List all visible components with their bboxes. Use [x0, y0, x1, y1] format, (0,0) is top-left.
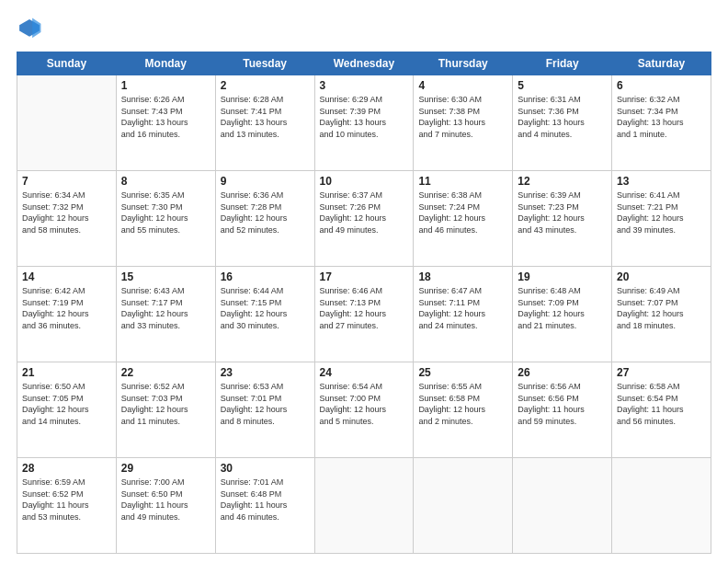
- cell-info: Sunrise: 6:38 AM Sunset: 7:24 PM Dayligh…: [418, 190, 507, 236]
- calendar-cell: [414, 458, 513, 554]
- calendar-cell: [612, 458, 711, 554]
- cell-info: Sunrise: 6:44 AM Sunset: 7:15 PM Dayligh…: [221, 285, 310, 331]
- day-number: 9: [221, 175, 310, 188]
- calendar-cell: 8Sunrise: 6:35 AM Sunset: 7:30 PM Daylig…: [116, 171, 215, 267]
- day-number: 29: [121, 462, 210, 475]
- weekday-header-sunday: Sunday: [17, 52, 117, 75]
- calendar-cell: 14Sunrise: 6:42 AM Sunset: 7:19 PM Dayli…: [17, 267, 117, 362]
- calendar-cell: 9Sunrise: 6:36 AM Sunset: 7:28 PM Daylig…: [215, 171, 314, 267]
- calendar-week-0: 1Sunrise: 6:26 AM Sunset: 7:43 PM Daylig…: [17, 75, 711, 171]
- day-number: 16: [221, 270, 310, 283]
- calendar-cell: 1Sunrise: 6:26 AM Sunset: 7:43 PM Daylig…: [116, 75, 215, 171]
- calendar-cell: 13Sunrise: 6:41 AM Sunset: 7:21 PM Dayli…: [612, 171, 711, 267]
- calendar-cell: 20Sunrise: 6:49 AM Sunset: 7:07 PM Dayli…: [612, 267, 711, 362]
- cell-info: Sunrise: 6:58 AM Sunset: 6:54 PM Dayligh…: [617, 381, 706, 427]
- calendar-week-2: 14Sunrise: 6:42 AM Sunset: 7:19 PM Dayli…: [17, 267, 711, 362]
- cell-info: Sunrise: 6:41 AM Sunset: 7:21 PM Dayligh…: [617, 190, 706, 236]
- calendar-cell: 26Sunrise: 6:56 AM Sunset: 6:56 PM Dayli…: [513, 362, 612, 458]
- day-number: 10: [320, 175, 409, 188]
- cell-info: Sunrise: 6:47 AM Sunset: 7:11 PM Dayligh…: [418, 285, 507, 331]
- cell-info: Sunrise: 6:32 AM Sunset: 7:34 PM Dayligh…: [617, 94, 706, 140]
- cell-info: Sunrise: 6:46 AM Sunset: 7:13 PM Dayligh…: [320, 285, 409, 331]
- calendar-cell: 15Sunrise: 6:43 AM Sunset: 7:17 PM Dayli…: [116, 267, 215, 362]
- weekday-header-friday: Friday: [513, 52, 612, 75]
- calendar-cell: 4Sunrise: 6:30 AM Sunset: 7:38 PM Daylig…: [414, 75, 513, 171]
- calendar-cell: 30Sunrise: 7:01 AM Sunset: 6:48 PM Dayli…: [215, 458, 314, 554]
- day-number: 7: [22, 175, 111, 188]
- day-number: 1: [121, 79, 210, 92]
- day-number: 18: [418, 270, 507, 283]
- day-number: 23: [221, 366, 310, 379]
- day-number: 22: [121, 366, 210, 379]
- day-number: 17: [320, 270, 409, 283]
- day-number: 19: [518, 270, 607, 283]
- cell-info: Sunrise: 6:43 AM Sunset: 7:17 PM Dayligh…: [121, 285, 210, 331]
- cell-info: Sunrise: 7:01 AM Sunset: 6:48 PM Dayligh…: [221, 477, 310, 523]
- calendar-cell: [314, 458, 414, 554]
- day-number: 6: [617, 79, 706, 92]
- logo-icon: [17, 17, 42, 42]
- day-number: 26: [518, 366, 607, 379]
- calendar-cell: 19Sunrise: 6:48 AM Sunset: 7:09 PM Dayli…: [513, 267, 612, 362]
- cell-info: Sunrise: 6:59 AM Sunset: 6:52 PM Dayligh…: [22, 477, 111, 523]
- cell-info: Sunrise: 6:53 AM Sunset: 7:01 PM Dayligh…: [221, 381, 310, 427]
- cell-info: Sunrise: 6:39 AM Sunset: 7:23 PM Dayligh…: [518, 190, 607, 236]
- calendar-cell: 16Sunrise: 6:44 AM Sunset: 7:15 PM Dayli…: [215, 267, 314, 362]
- calendar-week-1: 7Sunrise: 6:34 AM Sunset: 7:32 PM Daylig…: [17, 171, 711, 267]
- cell-info: Sunrise: 6:29 AM Sunset: 7:39 PM Dayligh…: [320, 94, 409, 140]
- calendar-cell: 6Sunrise: 6:32 AM Sunset: 7:34 PM Daylig…: [612, 75, 711, 171]
- day-number: 24: [320, 366, 409, 379]
- cell-info: Sunrise: 6:56 AM Sunset: 6:56 PM Dayligh…: [518, 381, 607, 427]
- day-number: 14: [22, 270, 111, 283]
- calendar-week-3: 21Sunrise: 6:50 AM Sunset: 7:05 PM Dayli…: [17, 362, 711, 458]
- weekday-header-wednesday: Wednesday: [314, 52, 414, 75]
- day-number: 8: [121, 175, 210, 188]
- calendar-cell: 12Sunrise: 6:39 AM Sunset: 7:23 PM Dayli…: [513, 171, 612, 267]
- cell-info: Sunrise: 6:52 AM Sunset: 7:03 PM Dayligh…: [121, 381, 210, 427]
- day-number: 27: [617, 366, 706, 379]
- cell-info: Sunrise: 6:36 AM Sunset: 7:28 PM Dayligh…: [221, 190, 310, 236]
- calendar-cell: 23Sunrise: 6:53 AM Sunset: 7:01 PM Dayli…: [215, 362, 314, 458]
- calendar-cell: 3Sunrise: 6:29 AM Sunset: 7:39 PM Daylig…: [314, 75, 414, 171]
- weekday-header-thursday: Thursday: [414, 52, 513, 75]
- logo: [17, 17, 46, 42]
- cell-info: Sunrise: 6:55 AM Sunset: 6:58 PM Dayligh…: [418, 381, 507, 427]
- day-number: 25: [418, 366, 507, 379]
- weekday-header-saturday: Saturday: [612, 52, 711, 75]
- cell-info: Sunrise: 6:42 AM Sunset: 7:19 PM Dayligh…: [22, 285, 111, 331]
- calendar-cell: 7Sunrise: 6:34 AM Sunset: 7:32 PM Daylig…: [17, 171, 117, 267]
- calendar-cell: 27Sunrise: 6:58 AM Sunset: 6:54 PM Dayli…: [612, 362, 711, 458]
- calendar-cell: 24Sunrise: 6:54 AM Sunset: 7:00 PM Dayli…: [314, 362, 414, 458]
- day-number: 3: [320, 79, 409, 92]
- cell-info: Sunrise: 6:30 AM Sunset: 7:38 PM Dayligh…: [418, 94, 507, 140]
- day-number: 2: [221, 79, 310, 92]
- day-number: 11: [418, 175, 507, 188]
- cell-info: Sunrise: 6:54 AM Sunset: 7:00 PM Dayligh…: [320, 381, 409, 427]
- calendar-cell: 2Sunrise: 6:28 AM Sunset: 7:41 PM Daylig…: [215, 75, 314, 171]
- calendar-cell: 29Sunrise: 7:00 AM Sunset: 6:50 PM Dayli…: [116, 458, 215, 554]
- day-number: 20: [617, 270, 706, 283]
- weekday-header-monday: Monday: [116, 52, 215, 75]
- calendar-cell: 5Sunrise: 6:31 AM Sunset: 7:36 PM Daylig…: [513, 75, 612, 171]
- day-number: 28: [22, 462, 111, 475]
- calendar-cell: 25Sunrise: 6:55 AM Sunset: 6:58 PM Dayli…: [414, 362, 513, 458]
- cell-info: Sunrise: 6:26 AM Sunset: 7:43 PM Dayligh…: [121, 94, 210, 140]
- cell-info: Sunrise: 6:34 AM Sunset: 7:32 PM Dayligh…: [22, 190, 111, 236]
- calendar-cell: 18Sunrise: 6:47 AM Sunset: 7:11 PM Dayli…: [414, 267, 513, 362]
- calendar-cell: 22Sunrise: 6:52 AM Sunset: 7:03 PM Dayli…: [116, 362, 215, 458]
- calendar-cell: 21Sunrise: 6:50 AM Sunset: 7:05 PM Dayli…: [17, 362, 117, 458]
- day-number: 30: [221, 462, 310, 475]
- cell-info: Sunrise: 6:50 AM Sunset: 7:05 PM Dayligh…: [22, 381, 111, 427]
- calendar-cell: [513, 458, 612, 554]
- svg-marker-1: [32, 18, 40, 39]
- cell-info: Sunrise: 6:28 AM Sunset: 7:41 PM Dayligh…: [221, 94, 310, 140]
- cell-info: Sunrise: 6:35 AM Sunset: 7:30 PM Dayligh…: [121, 190, 210, 236]
- day-number: 12: [518, 175, 607, 188]
- weekday-header-tuesday: Tuesday: [215, 52, 314, 75]
- calendar-cell: 10Sunrise: 6:37 AM Sunset: 7:26 PM Dayli…: [314, 171, 414, 267]
- cell-info: Sunrise: 7:00 AM Sunset: 6:50 PM Dayligh…: [121, 477, 210, 523]
- calendar-table: SundayMondayTuesdayWednesdayThursdayFrid…: [17, 52, 711, 554]
- calendar-cell: 17Sunrise: 6:46 AM Sunset: 7:13 PM Dayli…: [314, 267, 414, 362]
- calendar-cell: [17, 75, 117, 171]
- day-number: 5: [518, 79, 607, 92]
